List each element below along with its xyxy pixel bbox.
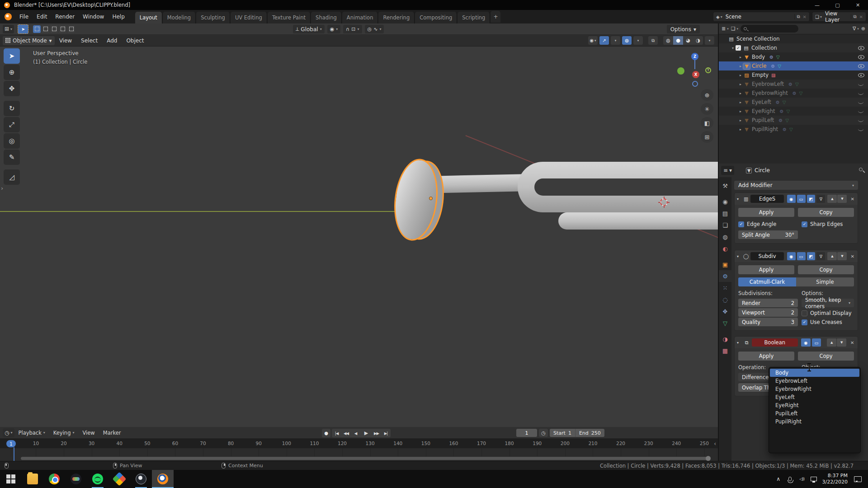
overlays-dropdown[interactable]: ▾ [633, 36, 643, 45]
expand-arrow-icon[interactable]: ▸ [738, 118, 743, 122]
view-layer-selector[interactable]: ❏ ▾ View Layer ⧉ ✕ [812, 12, 866, 22]
viewport-menu-item[interactable]: View [55, 38, 76, 44]
outliner-filter-button[interactable]: ∇ ▾ [853, 26, 859, 32]
start-button[interactable] [0, 470, 22, 488]
editor-type-button[interactable]: ⊞ ▾ [3, 25, 14, 33]
breadcrumb-object-name[interactable]: Circle [755, 167, 770, 174]
new-collection-button[interactable]: ⊕ [861, 26, 865, 32]
current-frame-field[interactable]: 1 [516, 429, 537, 437]
workspace-tab[interactable]: Animation [342, 12, 378, 23]
close-button[interactable]: ✕ [848, 0, 868, 10]
stopwatch-icon[interactable]: ◷ [539, 429, 548, 437]
camera-view-button[interactable]: ◧ [701, 117, 713, 129]
timeline-pull-tab[interactable]: ‹ [714, 441, 716, 447]
apply-button[interactable]: Apply [738, 265, 794, 274]
dropdown-item[interactable]: PupilLeft [770, 409, 859, 418]
realtime-visibility-toggle[interactable]: ▭ [797, 252, 806, 260]
move-modifier-up-button[interactable]: ▲ [827, 338, 836, 347]
ortho-toggle-button[interactable]: ⊞ [701, 131, 713, 143]
dropdown-item[interactable]: PupilRight [770, 418, 859, 426]
blender-app[interactable] [152, 470, 174, 488]
pan-hand-button[interactable]: ✳ [701, 103, 713, 115]
modifier-name-field[interactable]: Subdiv [750, 252, 783, 260]
dropdown-item[interactable]: Body [770, 369, 859, 377]
editmode-visibility-toggle[interactable]: ◩ [807, 195, 816, 203]
proportional-edit-dropdown[interactable]: ◎ ∿ ▾ [365, 25, 384, 33]
apply-button[interactable]: Apply [738, 208, 794, 217]
remove-modifier-button[interactable]: ✕ [849, 197, 855, 202]
edge-angle-checkbox[interactable]: ✓ [738, 221, 744, 227]
remove-view-layer-icon[interactable]: ✕ [859, 14, 866, 19]
world-tab-icon[interactable]: ◐ [719, 243, 731, 254]
visibility-eye-icon[interactable] [858, 36, 864, 42]
jump-to-end-button[interactable]: ▶| [381, 429, 391, 437]
marker-menu[interactable]: Marker [99, 430, 125, 436]
outliner-row[interactable]: ▸ ▼ Body ⚙ ▽ [719, 52, 868, 61]
new-view-layer-icon[interactable]: ⧉ [851, 14, 858, 19]
select-mode-subtract-button[interactable] [50, 25, 58, 33]
visibility-eye-icon[interactable] [858, 90, 864, 96]
outliner-row[interactable]: ▸ ▼ EyeLeft ⚙ ▽ [719, 98, 868, 107]
sharp-edges-checkbox[interactable]: ✓ [802, 221, 807, 227]
outliner-item-label[interactable]: Body [752, 54, 765, 60]
cursor-tool[interactable]: ⊕ [4, 65, 20, 80]
add-modifier-dropdown[interactable]: Add Modifier ▾ [734, 181, 858, 190]
outliner-row[interactable]: ▸ ▨ Empty ▨ [719, 70, 868, 80]
optimal-display-checkbox[interactable] [802, 310, 807, 316]
expand-arrow-icon[interactable]: ▸ [738, 64, 743, 68]
outliner-item-label[interactable]: PupilRight [752, 126, 778, 132]
visibility-eye-icon[interactable] [858, 54, 864, 60]
expand-arrow-icon[interactable]: ▸ [738, 73, 743, 77]
chevron-down-icon[interactable]: ▾ [721, 15, 722, 19]
workspace-tab[interactable]: Rendering [378, 12, 415, 23]
view-layer-tab-icon[interactable]: ❏ [719, 219, 731, 231]
chevron-down-icon[interactable]: ▾ [820, 15, 822, 19]
outliner-row[interactable]: ▸ ▼ EyebrowLeft ⚙ ▽ [719, 80, 868, 89]
zoom-button[interactable]: ⊕ [701, 89, 713, 101]
speaker-icon[interactable]: ◁)) [796, 470, 808, 488]
workspace-tab[interactable]: Sculpting [196, 12, 230, 23]
obs-app[interactable] [130, 470, 152, 488]
dropdown-item[interactable]: EyebrowRight [770, 385, 859, 393]
render-subdivisions-field[interactable]: Render 2 [738, 299, 798, 307]
quality-field[interactable]: Quality 3 [738, 318, 798, 326]
outliner-row[interactable]: ▾ ✓ ▤ Collection [719, 43, 868, 52]
timeline-zoom-handle[interactable] [706, 456, 711, 461]
collapse-arrow-icon[interactable]: ▾ [737, 254, 741, 258]
visibility-eye-icon[interactable] [858, 126, 864, 132]
output-tab-icon[interactable]: ▤ [719, 207, 731, 219]
playhead-line[interactable] [14, 447, 14, 461]
collapse-arrow-icon[interactable]: ▾ [737, 197, 741, 201]
workspace-tab[interactable]: Compositing [415, 12, 457, 23]
visibility-eye-icon[interactable] [858, 108, 864, 114]
expand-arrow-icon[interactable]: ▸ [738, 127, 743, 131]
gizmo-dropdown[interactable]: ▾ [611, 36, 620, 45]
outliner-item-label[interactable]: EyeRight [752, 108, 775, 114]
realtime-visibility-toggle[interactable]: ▭ [812, 338, 821, 347]
add-workspace-button[interactable]: + [491, 11, 500, 23]
solid-shading[interactable]: ● [673, 36, 683, 45]
end-frame-field[interactable]: End 250 [576, 429, 604, 437]
outliner-row[interactable]: ▸ ▼ EyeRight ⚙ ▽ [719, 107, 868, 116]
playhead-badge[interactable]: 1 [6, 440, 16, 447]
move-modifier-down-button[interactable]: ▼ [837, 338, 846, 347]
render-visibility-toggle[interactable]: ◉ [787, 195, 796, 203]
constraints-tab-icon[interactable]: ✥ [719, 305, 731, 317]
orientation-dropdown[interactable]: ⟂ Global ▾ [293, 25, 325, 33]
expand-arrow-icon[interactable]: ▸ [738, 109, 743, 113]
visibility-eye-icon[interactable] [858, 45, 864, 51]
expand-arrow-icon[interactable]: ▸ [738, 82, 743, 86]
simple-button[interactable]: Simple [796, 277, 854, 286]
select-mode-intersect-button[interactable] [67, 25, 75, 33]
modifier-name-field[interactable]: EdgeS [750, 195, 783, 203]
outliner-row[interactable]: ▸ ▼ PupilLeft ⚙ ▽ [719, 116, 868, 125]
outliner-item-label[interactable]: Scene Collection [736, 36, 780, 42]
dropdown-item[interactable]: EyeLeft [770, 393, 859, 401]
scene-selector[interactable]: ◈ ▾ Scene ⧉ ✕ [713, 12, 810, 22]
workspace-tab[interactable]: Modeling [163, 12, 196, 23]
gizmo-y-negative[interactable] [677, 67, 684, 75]
visibility-eye-icon[interactable] [858, 99, 864, 105]
workspace-tab[interactable]: Scripting [458, 12, 490, 23]
viewport-menu-item[interactable]: Add [102, 38, 122, 44]
expand-arrow-icon[interactable]: ▸ [738, 100, 743, 104]
